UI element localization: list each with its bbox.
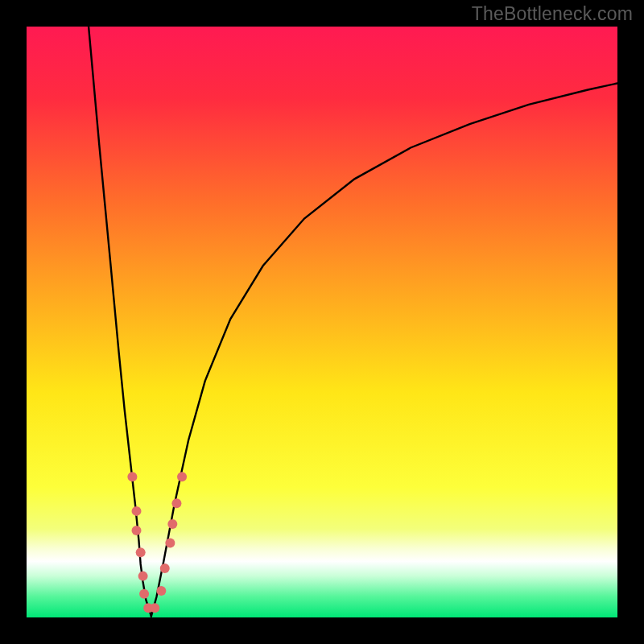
curve-left-branch <box>89 27 151 617</box>
data-dot <box>150 603 159 613</box>
data-dot <box>139 589 149 599</box>
data-dot <box>167 519 177 529</box>
watermark-text: TheBottleneck.com <box>472 3 633 25</box>
data-dot <box>127 472 137 481</box>
data-dot <box>132 526 142 535</box>
data-dot <box>160 564 170 573</box>
data-dot <box>136 547 146 557</box>
plot-area <box>27 27 617 617</box>
data-dot <box>138 572 148 581</box>
data-dot <box>165 539 175 548</box>
data-dot <box>132 506 142 516</box>
data-dot <box>177 472 187 481</box>
curve-right-branch <box>151 83 617 616</box>
data-dot <box>156 586 166 596</box>
chart-curve-layer <box>27 27 617 617</box>
data-dot <box>171 498 181 508</box>
